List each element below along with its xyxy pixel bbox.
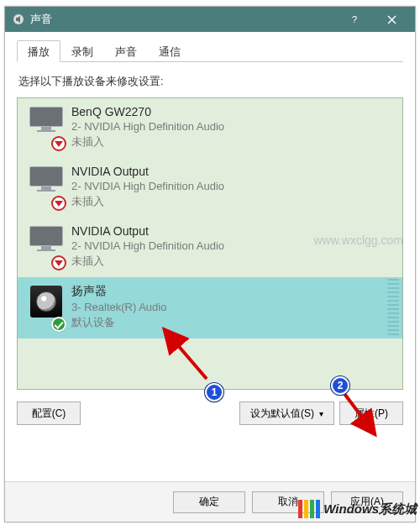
monitor-icon <box>24 105 68 150</box>
device-name: BenQ GW2270 <box>71 105 396 118</box>
device-status: 未插入 <box>71 254 396 269</box>
set-default-button[interactable]: 设为默认值(S) ▾ <box>239 402 334 425</box>
help-button[interactable]: ? <box>336 7 373 32</box>
set-default-label: 设为默认值(S) <box>250 407 314 421</box>
device-driver: 2- NVIDIA High Definition Audio <box>71 239 396 252</box>
dialog-title: 声音 <box>30 12 336 27</box>
unplugged-badge-icon <box>51 136 66 151</box>
tab-strip: 播放 录制 声音 通信 <box>17 40 403 62</box>
close-button[interactable] <box>373 7 410 32</box>
speaker-icon <box>24 284 68 330</box>
sound-dialog: 声音 ? 播放 录制 声音 通信 选择以下播放设备来修改设置: <box>4 6 416 522</box>
device-item-speakers[interactable]: 扬声器 3- Realtek(R) Audio 默认设备 <box>18 277 402 339</box>
device-item-nvidia-2[interactable]: NVIDIA Output 2- NVIDIA High Definition … <box>18 218 402 277</box>
device-driver: 3- Realtek(R) Audio <box>71 301 396 313</box>
tab-sounds[interactable]: 声音 <box>104 40 148 62</box>
unplugged-badge-icon <box>51 196 66 211</box>
properties-button[interactable]: 属性(P) <box>339 402 403 425</box>
device-driver: 2- NVIDIA High Definition Audio <box>71 120 396 133</box>
client-area: 播放 录制 声音 通信 选择以下播放设备来修改设置: BenQ GW2270 2… <box>5 32 415 481</box>
device-item-nvidia-1[interactable]: NVIDIA Output 2- NVIDIA High Definition … <box>18 158 402 218</box>
device-item-benq[interactable]: BenQ GW2270 2- NVIDIA High Definition Au… <box>18 98 402 158</box>
default-badge-icon <box>51 317 66 332</box>
sound-sys-icon <box>12 13 25 26</box>
dialog-button-row: 确定 取消 应用(A) <box>5 481 415 522</box>
tab-communications[interactable]: 通信 <box>148 40 192 62</box>
device-buttons-row: 配置(C) 设为默认值(S) ▾ 属性(P) <box>17 402 403 425</box>
titlebar: 声音 ? <box>5 7 415 32</box>
monitor-icon <box>24 165 68 209</box>
tab-playback[interactable]: 播放 <box>17 40 60 62</box>
device-name: NVIDIA Output <box>71 165 396 178</box>
unplugged-badge-icon <box>51 255 66 270</box>
configure-button[interactable]: 配置(C) <box>17 402 81 425</box>
playback-device-list[interactable]: BenQ GW2270 2- NVIDIA High Definition Au… <box>17 97 403 390</box>
device-name: 扬声器 <box>71 284 396 299</box>
tab-recording[interactable]: 录制 <box>60 40 104 62</box>
chevron-down-icon: ▾ <box>319 409 323 418</box>
device-name: NVIDIA Output <box>71 224 396 238</box>
instruction-text: 选择以下播放设备来修改设置: <box>18 74 402 89</box>
device-status: 默认设备 <box>71 315 396 330</box>
device-driver: 2- NVIDIA High Definition Audio <box>71 180 396 192</box>
ok-button[interactable]: 确定 <box>173 491 245 513</box>
device-status: 未插入 <box>71 194 396 209</box>
apply-button[interactable]: 应用(A) <box>331 491 403 513</box>
monitor-icon <box>24 224 68 269</box>
svg-text:?: ? <box>352 14 357 24</box>
cancel-button[interactable]: 取消 <box>252 491 324 513</box>
device-status: 未插入 <box>71 134 396 150</box>
